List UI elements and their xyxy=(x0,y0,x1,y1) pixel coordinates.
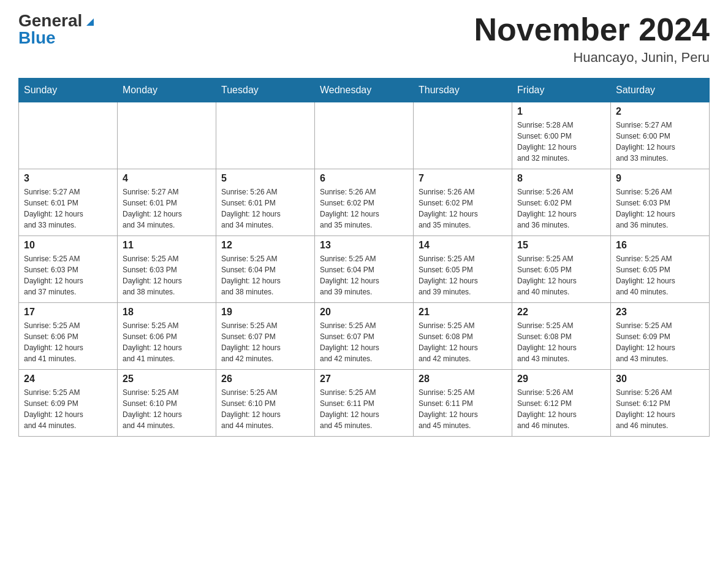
calendar-cell: 10Sunrise: 5:25 AMSunset: 6:03 PMDayligh… xyxy=(19,236,118,303)
calendar-cell: 13Sunrise: 5:25 AMSunset: 6:04 PMDayligh… xyxy=(315,236,414,303)
calendar-cell: 18Sunrise: 5:25 AMSunset: 6:06 PMDayligh… xyxy=(118,303,216,370)
calendar-cell: 8Sunrise: 5:26 AMSunset: 6:02 PMDaylight… xyxy=(512,169,611,236)
day-info: Sunrise: 5:26 AMSunset: 6:01 PMDaylight:… xyxy=(221,186,309,231)
calendar-title: November 2024 xyxy=(474,12,710,47)
day-info: Sunrise: 5:25 AMSunset: 6:11 PMDaylight:… xyxy=(419,387,507,431)
day-number: 29 xyxy=(517,373,605,385)
day-info: Sunrise: 5:25 AMSunset: 6:09 PMDaylight:… xyxy=(24,387,112,431)
day-info: Sunrise: 5:25 AMSunset: 6:04 PMDaylight:… xyxy=(221,253,309,297)
day-info: Sunrise: 5:25 AMSunset: 6:04 PMDaylight:… xyxy=(320,253,408,297)
calendar-cell: 11Sunrise: 5:25 AMSunset: 6:03 PMDayligh… xyxy=(118,236,216,303)
calendar-cell xyxy=(118,102,216,169)
day-number: 11 xyxy=(123,240,211,251)
calendar-location: Huancayo, Junin, Peru xyxy=(474,50,710,66)
week-row-2: 10Sunrise: 5:25 AMSunset: 6:03 PMDayligh… xyxy=(19,236,710,303)
calendar-cell: 25Sunrise: 5:25 AMSunset: 6:10 PMDayligh… xyxy=(118,370,216,437)
day-info: Sunrise: 5:25 AMSunset: 6:03 PMDaylight:… xyxy=(123,253,211,297)
calendar-cell: 4Sunrise: 5:27 AMSunset: 6:01 PMDaylight… xyxy=(118,169,216,236)
week-row-4: 24Sunrise: 5:25 AMSunset: 6:09 PMDayligh… xyxy=(19,370,710,437)
title-block: November 2024 Huancayo, Junin, Peru xyxy=(474,12,710,66)
svg-marker-0 xyxy=(86,18,94,26)
day-info: Sunrise: 5:26 AMSunset: 6:12 PMDaylight:… xyxy=(517,387,605,431)
day-info: Sunrise: 5:26 AMSunset: 6:02 PMDaylight:… xyxy=(320,186,408,231)
calendar-cell: 12Sunrise: 5:25 AMSunset: 6:04 PMDayligh… xyxy=(216,236,315,303)
calendar-cell: 3Sunrise: 5:27 AMSunset: 6:01 PMDaylight… xyxy=(19,169,118,236)
calendar-cell: 20Sunrise: 5:25 AMSunset: 6:07 PMDayligh… xyxy=(315,303,414,370)
day-number: 15 xyxy=(517,240,605,251)
calendar-cell: 17Sunrise: 5:25 AMSunset: 6:06 PMDayligh… xyxy=(19,303,118,370)
calendar-cell xyxy=(414,102,512,169)
day-number: 7 xyxy=(419,173,507,184)
day-number: 16 xyxy=(616,240,704,251)
calendar-cell: 30Sunrise: 5:26 AMSunset: 6:12 PMDayligh… xyxy=(611,370,710,437)
weekday-header-saturday: Saturday xyxy=(611,79,710,102)
day-number: 8 xyxy=(517,173,605,184)
day-number: 17 xyxy=(24,307,112,318)
day-number: 20 xyxy=(320,307,408,318)
day-number: 19 xyxy=(221,307,309,318)
day-number: 26 xyxy=(221,373,309,385)
day-info: Sunrise: 5:25 AMSunset: 6:08 PMDaylight:… xyxy=(419,320,507,364)
weekday-header-row: SundayMondayTuesdayWednesdayThursdayFrid… xyxy=(19,79,710,102)
calendar-cell: 6Sunrise: 5:26 AMSunset: 6:02 PMDaylight… xyxy=(315,169,414,236)
day-number: 21 xyxy=(419,307,507,318)
logo: General Blue xyxy=(18,12,97,47)
day-info: Sunrise: 5:25 AMSunset: 6:06 PMDaylight:… xyxy=(24,320,112,364)
day-info: Sunrise: 5:26 AMSunset: 6:02 PMDaylight:… xyxy=(517,186,605,231)
day-info: Sunrise: 5:25 AMSunset: 6:09 PMDaylight:… xyxy=(616,320,704,364)
calendar-cell: 21Sunrise: 5:25 AMSunset: 6:08 PMDayligh… xyxy=(414,303,512,370)
weekday-header-thursday: Thursday xyxy=(414,79,512,102)
day-number: 30 xyxy=(616,373,704,385)
day-info: Sunrise: 5:25 AMSunset: 6:07 PMDaylight:… xyxy=(221,320,309,364)
calendar-cell xyxy=(216,102,315,169)
day-info: Sunrise: 5:25 AMSunset: 6:05 PMDaylight:… xyxy=(616,253,704,297)
day-number: 1 xyxy=(517,106,605,117)
header: General Blue November 2024 Huancayo, Jun… xyxy=(18,12,710,66)
day-number: 2 xyxy=(616,106,704,117)
day-info: Sunrise: 5:27 AMSunset: 6:01 PMDaylight:… xyxy=(24,186,112,231)
day-info: Sunrise: 5:26 AMSunset: 6:03 PMDaylight:… xyxy=(616,186,704,231)
day-number: 18 xyxy=(123,307,211,318)
logo-triangle-icon xyxy=(83,15,97,28)
day-info: Sunrise: 5:27 AMSunset: 6:00 PMDaylight:… xyxy=(616,120,704,164)
day-number: 27 xyxy=(320,373,408,385)
calendar-cell: 7Sunrise: 5:26 AMSunset: 6:02 PMDaylight… xyxy=(414,169,512,236)
day-info: Sunrise: 5:28 AMSunset: 6:00 PMDaylight:… xyxy=(517,120,605,164)
day-number: 12 xyxy=(221,240,309,251)
calendar-cell xyxy=(315,102,414,169)
calendar-cell: 1Sunrise: 5:28 AMSunset: 6:00 PMDaylight… xyxy=(512,102,611,169)
calendar-cell xyxy=(19,102,118,169)
calendar-cell: 5Sunrise: 5:26 AMSunset: 6:01 PMDaylight… xyxy=(216,169,315,236)
day-info: Sunrise: 5:25 AMSunset: 6:07 PMDaylight:… xyxy=(320,320,408,364)
day-number: 4 xyxy=(123,173,211,184)
calendar-cell: 22Sunrise: 5:25 AMSunset: 6:08 PMDayligh… xyxy=(512,303,611,370)
day-info: Sunrise: 5:25 AMSunset: 6:10 PMDaylight:… xyxy=(123,387,211,431)
calendar-table: SundayMondayTuesdayWednesdayThursdayFrid… xyxy=(18,78,710,437)
weekday-header-monday: Monday xyxy=(118,79,216,102)
day-info: Sunrise: 5:26 AMSunset: 6:12 PMDaylight:… xyxy=(616,387,704,431)
day-number: 14 xyxy=(419,240,507,251)
day-number: 28 xyxy=(419,373,507,385)
day-info: Sunrise: 5:25 AMSunset: 6:10 PMDaylight:… xyxy=(221,387,309,431)
weekday-header-tuesday: Tuesday xyxy=(216,79,315,102)
logo-general-text: General xyxy=(18,12,82,29)
day-info: Sunrise: 5:25 AMSunset: 6:05 PMDaylight:… xyxy=(517,253,605,297)
day-number: 6 xyxy=(320,173,408,184)
weekday-header-sunday: Sunday xyxy=(19,79,118,102)
weekday-header-wednesday: Wednesday xyxy=(315,79,414,102)
day-number: 13 xyxy=(320,240,408,251)
day-number: 22 xyxy=(517,307,605,318)
week-row-3: 17Sunrise: 5:25 AMSunset: 6:06 PMDayligh… xyxy=(19,303,710,370)
day-number: 5 xyxy=(221,173,309,184)
day-info: Sunrise: 5:25 AMSunset: 6:05 PMDaylight:… xyxy=(419,253,507,297)
day-info: Sunrise: 5:25 AMSunset: 6:08 PMDaylight:… xyxy=(517,320,605,364)
logo-blue-text: Blue xyxy=(18,29,56,47)
week-row-1: 3Sunrise: 5:27 AMSunset: 6:01 PMDaylight… xyxy=(19,169,710,236)
calendar-cell: 9Sunrise: 5:26 AMSunset: 6:03 PMDaylight… xyxy=(611,169,710,236)
day-info: Sunrise: 5:25 AMSunset: 6:03 PMDaylight:… xyxy=(24,253,112,297)
day-number: 24 xyxy=(24,373,112,385)
calendar-cell: 27Sunrise: 5:25 AMSunset: 6:11 PMDayligh… xyxy=(315,370,414,437)
calendar-cell: 2Sunrise: 5:27 AMSunset: 6:00 PMDaylight… xyxy=(611,102,710,169)
week-row-0: 1Sunrise: 5:28 AMSunset: 6:00 PMDaylight… xyxy=(19,102,710,169)
calendar-cell: 24Sunrise: 5:25 AMSunset: 6:09 PMDayligh… xyxy=(19,370,118,437)
